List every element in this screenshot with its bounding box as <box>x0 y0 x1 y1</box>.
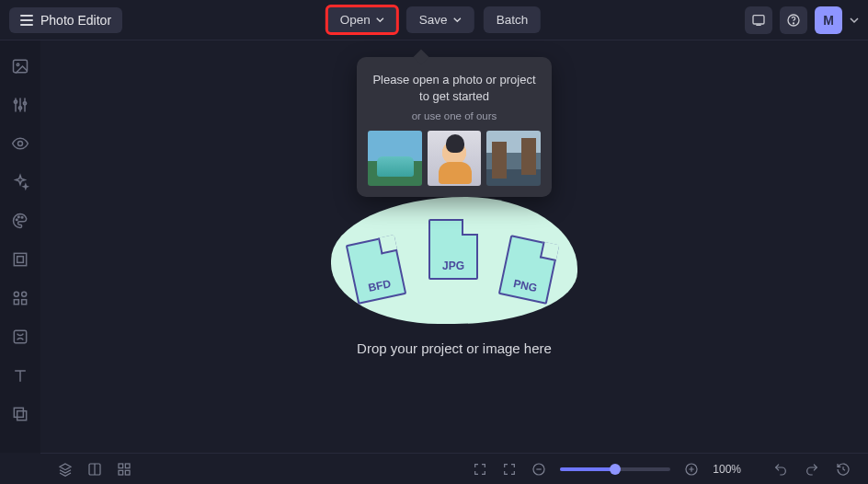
save-button[interactable]: Save <box>406 6 474 33</box>
save-button-label: Save <box>419 13 448 27</box>
drop-text: Drop your project or image here <box>357 340 552 356</box>
svg-point-8 <box>18 142 23 146</box>
file-jpg-icon: JPG <box>428 219 478 280</box>
thumbnails-icon[interactable] <box>116 461 132 478</box>
svg-rect-19 <box>14 408 23 417</box>
app-title-button[interactable]: Photo Editor <box>9 7 122 33</box>
bottom-bar: 100% <box>40 453 868 484</box>
svg-rect-20 <box>17 411 27 421</box>
avatar[interactable]: M <box>815 6 842 34</box>
open-button[interactable]: Open <box>327 6 397 33</box>
redo-icon[interactable] <box>804 461 820 478</box>
sample-image-3[interactable] <box>486 131 541 186</box>
svg-rect-3 <box>14 60 28 72</box>
feedback-icon[interactable] <box>745 6 772 34</box>
popover-main-text: Please open a photo or project to get st… <box>368 72 541 105</box>
text-icon[interactable] <box>11 366 29 385</box>
popover-sub-text: or use one of ours <box>368 110 541 121</box>
eye-icon[interactable] <box>11 134 29 153</box>
drop-illustration: BFD JPG PNG <box>331 197 577 324</box>
undo-icon[interactable] <box>772 461 789 478</box>
app-title: Photo Editor <box>40 13 111 28</box>
sparkle-icon[interactable] <box>11 173 29 191</box>
svg-rect-23 <box>125 464 130 468</box>
account-chevron-icon[interactable] <box>850 12 859 29</box>
tool-rail <box>0 40 40 453</box>
svg-rect-0 <box>753 15 764 23</box>
zoom-out-icon[interactable] <box>531 461 547 478</box>
sample-image-1[interactable] <box>368 131 422 186</box>
svg-rect-16 <box>14 300 18 305</box>
open-button-label: Open <box>340 13 371 27</box>
compare-icon[interactable] <box>86 461 103 478</box>
menu-icon <box>20 15 33 26</box>
batch-button[interactable]: Batch <box>484 6 542 33</box>
batch-button-label: Batch <box>497 13 529 27</box>
svg-point-15 <box>22 292 27 296</box>
svg-point-9 <box>16 219 17 221</box>
sample-row <box>368 131 541 186</box>
expand-icon[interactable] <box>501 461 518 478</box>
retouch-icon[interactable] <box>11 328 29 346</box>
svg-point-2 <box>793 22 794 23</box>
chevron-down-icon <box>453 16 462 24</box>
chevron-down-icon <box>376 16 384 24</box>
zoom-thumb[interactable] <box>610 464 621 475</box>
top-bar: Photo Editor Open Save Batch M <box>0 0 868 40</box>
top-right-group: M <box>745 6 859 34</box>
open-popover: Please open a photo or project to get st… <box>357 57 552 197</box>
svg-point-10 <box>18 216 20 218</box>
zoom-label: 100% <box>713 463 741 476</box>
canvas-area[interactable]: Please open a photo or project to get st… <box>40 40 868 453</box>
sliders-icon[interactable] <box>11 96 29 114</box>
zoom-in-icon[interactable] <box>683 461 700 478</box>
svg-rect-18 <box>14 330 26 342</box>
layers-panel-icon[interactable] <box>57 461 74 478</box>
svg-rect-12 <box>14 253 26 265</box>
help-icon[interactable] <box>780 6 807 34</box>
svg-rect-13 <box>17 257 24 263</box>
image-icon[interactable] <box>11 57 29 75</box>
palette-icon[interactable] <box>11 212 29 230</box>
svg-rect-25 <box>125 470 130 475</box>
layers-icon[interactable] <box>11 405 29 423</box>
history-icon[interactable] <box>835 461 851 478</box>
avatar-initial: M <box>823 13 834 28</box>
top-center-group: Open Save Batch <box>327 6 541 33</box>
history-group <box>772 461 851 478</box>
zoom-slider[interactable] <box>560 467 670 471</box>
fit-screen-icon[interactable] <box>472 461 488 478</box>
svg-point-14 <box>14 292 18 296</box>
svg-point-4 <box>17 63 19 66</box>
grid-icon[interactable] <box>11 289 29 307</box>
svg-rect-22 <box>119 464 123 468</box>
sample-image-2[interactable] <box>428 131 482 186</box>
svg-point-11 <box>21 216 23 218</box>
frame-icon[interactable] <box>11 250 29 269</box>
svg-rect-17 <box>22 300 27 305</box>
svg-rect-24 <box>119 470 123 475</box>
